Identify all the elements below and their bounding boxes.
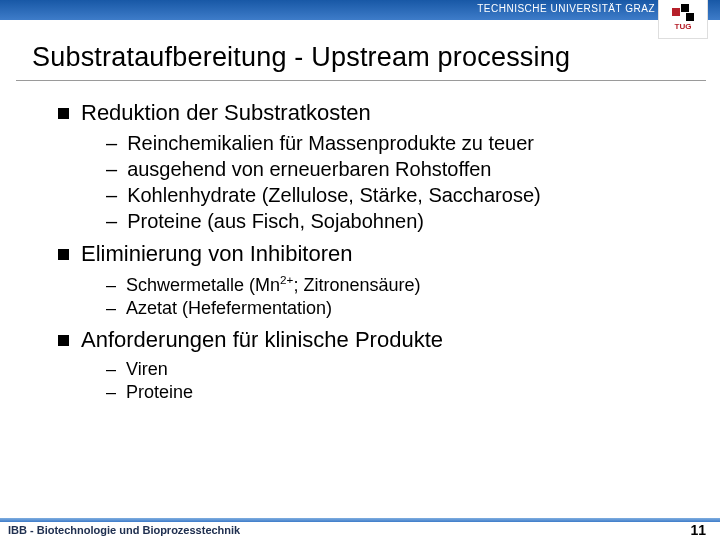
list-item: Viren (126, 359, 168, 379)
list-item: Proteine (126, 382, 193, 402)
list-item: Azetat (Hefefermentation) (126, 298, 332, 318)
title-divider (16, 80, 706, 81)
slide-title: Substrataufbereitung - Upstream processi… (32, 42, 692, 73)
bullet-lvl2: –ausgehend von erneuerbaren Rohstoffen (58, 158, 678, 181)
logo-badge: TUG (658, 0, 708, 39)
bullet-lvl1: Anforderungen für klinische Produkte (58, 327, 678, 353)
bullet-lvl2: –Kohlenhydrate (Zellulose, Stärke, Sacch… (58, 184, 678, 207)
bullet-lvl2: –Azetat (Hefefermentation) (58, 298, 678, 319)
slide-body: Reduktion der Substratkosten –Reinchemik… (58, 92, 678, 405)
org-name: TECHNISCHE UNIVERSITÄT GRAZ (477, 3, 655, 14)
section-heading: Reduktion der Substratkosten (81, 100, 371, 125)
footer-divider (0, 518, 720, 522)
list-item: Kohlenhydrate (Zellulose, Stärke, Saccha… (127, 184, 541, 206)
bullet-lvl2: –Reinchemikalien für Massenprodukte zu t… (58, 132, 678, 155)
logo-text: TUG (659, 22, 707, 31)
footer-text: IBB - Biotechnologie und Bioprozesstechn… (8, 524, 240, 536)
list-item: ausgehend von erneuerbaren Rohstoffen (127, 158, 491, 180)
section-heading: Eliminierung von Inhibitoren (81, 241, 353, 266)
bullet-lvl2: –Proteine (58, 382, 678, 403)
bullet-lvl2: –Viren (58, 359, 678, 380)
bullet-lvl2: –Schwermetalle (Mn2+; Zitronensäure) (58, 273, 678, 296)
page-number: 11 (690, 522, 706, 538)
bullet-lvl1: Eliminierung von Inhibitoren (58, 241, 678, 267)
list-item: Schwermetalle (Mn2+; Zitronensäure) (126, 275, 420, 295)
section-heading: Anforderungen für klinische Produkte (81, 327, 443, 352)
tug-logo-icon (672, 4, 694, 20)
bullet-lvl1: Reduktion der Substratkosten (58, 100, 678, 126)
bullet-lvl2: –Proteine (aus Fisch, Sojabohnen) (58, 210, 678, 233)
top-bar: TECHNISCHE UNIVERSITÄT GRAZ (0, 0, 720, 20)
list-item: Proteine (aus Fisch, Sojabohnen) (127, 210, 424, 232)
list-item: Reinchemikalien für Massenprodukte zu te… (127, 132, 534, 154)
